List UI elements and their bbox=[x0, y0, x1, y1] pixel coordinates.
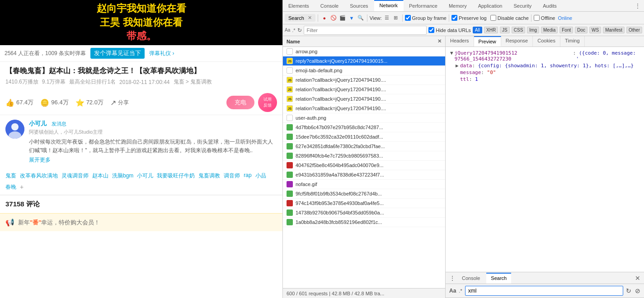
refresh-filter-icon[interactable]: ↻ bbox=[297, 27, 302, 33]
share-button[interactable]: ↗ 分享 bbox=[110, 98, 129, 107]
tag-spring[interactable]: 春晚 bbox=[5, 183, 16, 191]
filter-input[interactable] bbox=[304, 26, 427, 35]
list-item[interactable]: 404762f5be8c4504b495adc040070e9... bbox=[283, 161, 445, 170]
clear-search-icon[interactable]: ⊘ bbox=[635, 287, 640, 294]
notification-bar[interactable]: 📢 新年"番"幸运，特价购大会员！ bbox=[0, 213, 282, 231]
disable-cache-checkbox[interactable] bbox=[490, 15, 496, 21]
console-tab-console[interactable]: Console bbox=[457, 274, 484, 283]
offline-label[interactable]: Offline bbox=[534, 15, 555, 21]
ws-filter-btn[interactable]: WS bbox=[589, 27, 601, 33]
font-filter-btn[interactable]: Font bbox=[559, 27, 573, 33]
console-tab-search[interactable]: Search bbox=[486, 273, 511, 284]
console-drag-handle[interactable]: ⋮ bbox=[449, 275, 456, 282]
group-frame-label[interactable]: Group by frame bbox=[405, 15, 447, 21]
list-item[interactable]: 14738b92760b90675d4bf35dd059b0a... bbox=[283, 208, 445, 218]
list-item[interactable]: arrow.png bbox=[283, 47, 445, 56]
devtools-more-button[interactable]: ⋮ bbox=[631, 1, 644, 11]
doc-filter-btn[interactable]: Doc bbox=[575, 27, 588, 33]
manifest-filter-btn[interactable]: Manifest bbox=[603, 27, 625, 33]
tag-bgm[interactable]: 洗脑bgm bbox=[112, 172, 133, 180]
list-item[interactable]: JS relation?callback=jQuery17204794190..… bbox=[283, 104, 445, 113]
img-filter-btn[interactable]: Img bbox=[527, 27, 539, 33]
group-frame-checkbox[interactable] bbox=[405, 15, 411, 21]
css-filter-btn[interactable]: CSS bbox=[512, 27, 526, 33]
tab-sources[interactable]: Sources bbox=[344, 0, 374, 11]
tab-elements[interactable]: Elements bbox=[283, 0, 315, 11]
console-search-input[interactable] bbox=[465, 286, 623, 296]
tab-audits[interactable]: Audits bbox=[537, 0, 563, 11]
tag-guichu2[interactable]: 鬼畜调教 bbox=[198, 172, 220, 180]
tab-performance[interactable]: Performance bbox=[404, 0, 443, 11]
xhr-filter-btn[interactable]: XHR bbox=[484, 27, 498, 33]
tab-application[interactable]: Application bbox=[473, 0, 508, 11]
list-item[interactable]: JS relation?callback=jQuery17204794190..… bbox=[283, 94, 445, 104]
grid-view-button[interactable]: ⊞ bbox=[392, 14, 400, 22]
add-tag-button[interactable]: + bbox=[20, 183, 24, 191]
tab-preview[interactable]: Preview bbox=[474, 36, 501, 47]
collect-button[interactable]: ⭐ 72.0万 bbox=[75, 98, 103, 107]
clear-button[interactable]: 🚫 bbox=[329, 14, 338, 22]
tab-console[interactable]: Console bbox=[315, 0, 344, 11]
search-tab[interactable]: Search ✕ bbox=[285, 14, 315, 22]
camera-button[interactable]: 🎬 bbox=[338, 14, 347, 22]
list-item[interactable]: JS reply?callback=jQuery17204794190015..… bbox=[283, 56, 445, 66]
tab-security[interactable]: Security bbox=[508, 0, 537, 11]
close-console-icon[interactable]: ✕ bbox=[635, 275, 640, 282]
tag-rap[interactable]: rap bbox=[244, 172, 251, 180]
list-item[interactable]: 4d7fbb6c47b097e297b958c8dc74287... bbox=[283, 123, 445, 132]
send-message-link[interactable]: 发消息 bbox=[52, 121, 66, 126]
charge-button[interactable]: 充电 bbox=[226, 96, 254, 109]
list-item[interactable]: 15dee7b6c3592ca32e09110c602dadf... bbox=[283, 132, 445, 142]
barrage-gift-link[interactable]: 弹幕礼仪 › bbox=[149, 50, 174, 57]
collapse-root-icon[interactable]: ▼ bbox=[450, 50, 455, 56]
expand-button[interactable]: 展开更多 bbox=[29, 156, 277, 164]
other-filter-btn[interactable]: Other bbox=[626, 27, 642, 33]
filter-toggle-button[interactable]: ▼ bbox=[348, 14, 356, 22]
tag-zhao[interactable]: 赵本山 bbox=[92, 172, 108, 180]
tab-network[interactable]: Network bbox=[374, 0, 404, 11]
offline-checkbox[interactable] bbox=[534, 15, 540, 21]
list-item[interactable]: 974c143f9b953e3785e4930baf0a4fe5... bbox=[283, 199, 445, 208]
tag-soul[interactable]: 灵魂调音师 bbox=[61, 172, 89, 180]
media-filter-btn[interactable]: Media bbox=[541, 27, 558, 33]
list-item[interactable]: noface.gif bbox=[283, 180, 445, 189]
barrage-send-button[interactable]: 发个弹幕见证当下 bbox=[90, 48, 145, 59]
hide-data-urls-checkbox[interactable] bbox=[428, 27, 434, 33]
collapse-data-icon[interactable]: ▶ bbox=[456, 63, 460, 69]
list-view-button[interactable]: ☰ bbox=[383, 14, 391, 22]
list-item[interactable]: JS relation?callback=jQuery17204794190..… bbox=[283, 85, 445, 94]
list-item[interactable]: 9fcf5fb8f01b9fb3534cbef08c2767d4b... bbox=[283, 189, 445, 199]
tag-milk[interactable]: 我要吸旺仔牛奶 bbox=[157, 172, 195, 180]
tag-reform[interactable]: 改革春风吹满地 bbox=[20, 172, 58, 180]
search-tab-close-icon[interactable]: ✕ bbox=[308, 15, 312, 21]
list-item[interactable]: 627e342851dfda6fe7380c2fa0cbd7fae... bbox=[283, 142, 445, 151]
close-detail-icon[interactable]: ✕ bbox=[437, 38, 442, 44]
tab-cookies[interactable]: Cookies bbox=[533, 36, 560, 47]
tag-tune[interactable]: 调音师 bbox=[224, 172, 240, 180]
list-item[interactable]: emoji-tab-default.png bbox=[283, 66, 445, 75]
hide-data-urls-label[interactable]: Hide data URLs bbox=[428, 27, 471, 33]
tag-guichu[interactable]: 鬼畜 bbox=[5, 172, 16, 180]
list-item[interactable]: 1a0bb8a2d48b3fcb8592196ed802f1c... bbox=[283, 218, 445, 227]
list-item[interactable]: e9431b631859a4a7838d6e4372234f7... bbox=[283, 170, 445, 180]
all-filter-btn[interactable]: All bbox=[473, 27, 482, 33]
author-name[interactable]: 小可儿 bbox=[29, 120, 47, 127]
preserve-log-checkbox[interactable] bbox=[451, 15, 457, 21]
tab-response[interactable]: Response bbox=[501, 36, 533, 47]
tab-headers[interactable]: Headers bbox=[446, 36, 474, 47]
list-item[interactable]: JS relation?callback=jQuery17204794190..… bbox=[283, 75, 445, 85]
record-button[interactable]: ● bbox=[320, 14, 329, 22]
disable-cache-label[interactable]: Disable cache bbox=[490, 15, 529, 21]
coin-button[interactable]: 🪙 96.4万 bbox=[40, 98, 68, 107]
tag-xiaoke[interactable]: 小可儿 bbox=[137, 172, 153, 180]
like-button[interactable]: 👍 67.4万 bbox=[5, 98, 33, 107]
refresh-search-icon[interactable]: ↻ bbox=[626, 287, 631, 294]
tab-timing[interactable]: Timing bbox=[560, 36, 585, 47]
list-item[interactable]: user-auth.png bbox=[283, 113, 445, 123]
js-filter-btn[interactable]: JS bbox=[500, 27, 510, 33]
tab-memory[interactable]: Memory bbox=[443, 0, 473, 11]
preserve-log-label[interactable]: Preserve log bbox=[451, 15, 487, 21]
video-player[interactable]: 赵向宇我知道你在看 王昊 我知道你在看 带感。 bbox=[0, 0, 282, 45]
trial-feedback-btn[interactable]: 试用 反馈 bbox=[258, 93, 277, 112]
tag-sketch[interactable]: 小品 bbox=[255, 172, 266, 180]
